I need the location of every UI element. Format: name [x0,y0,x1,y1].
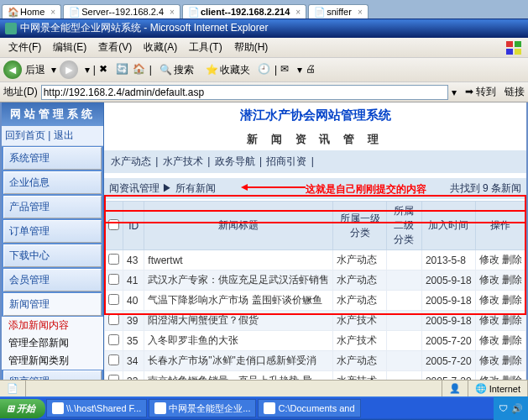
menu-file[interactable]: 文件(F) [3,39,46,55]
sidebar-item[interactable]: 产品管理 [3,196,102,218]
system-tray[interactable]: 🛡 🔊 [494,396,528,420]
globe-icon: 🌐 [475,383,487,394]
menu-help[interactable]: 帮助(H) [229,39,274,55]
close-icon[interactable]: × [170,8,175,17]
forward-button[interactable]: ► [60,60,78,79]
close-icon[interactable]: × [295,8,301,17]
cell-cat2 [387,270,422,291]
tab-sniffer[interactable]: 📄sniffer× [308,4,369,18]
cell-title: 武汉水产专家：供应充足足武汉活虾销售 [144,270,333,291]
tab-client[interactable]: 📄client--192.168.2.214× [182,4,306,18]
edit-link[interactable]: 修改 [479,334,499,346]
cell-title: 入冬即罗非鱼的大张 [144,331,333,351]
cell-cat1: 水产动态 [333,270,387,291]
delete-link[interactable]: 删除 [502,354,522,366]
delete-link[interactable]: 删除 [502,314,522,326]
tray-icon[interactable]: 🛡 [499,403,508,413]
select-all-checkbox[interactable] [108,219,119,230]
menu-tool[interactable]: 工具(T) [184,39,227,55]
edit-link[interactable]: 修改 [479,274,499,286]
zone-icon: 👤 [449,383,461,394]
sidebar-header: 网站管理系统 [2,102,103,126]
tray-icon[interactable]: 🔊 [511,403,523,414]
cell-ops: 修改 删除 [475,311,525,331]
print-icon[interactable]: 🖨 [306,63,319,76]
row-checkbox[interactable] [108,274,119,285]
edit-link[interactable]: 修改 [479,254,499,265]
cell-ops: 修改 删除 [475,291,525,311]
stop-icon[interactable]: ✖ [99,63,112,76]
breadcrumb: 闻资讯管理 ▶ 所有新闻 [109,181,216,196]
sidebar-sub-cat[interactable]: 管理新闻类别 [2,352,103,370]
tab-home[interactable]: 🏠Home× [2,4,61,18]
cell-time: 2005-9-18 [421,291,475,311]
cell-id: 34 [123,351,144,371]
row-checkbox[interactable] [108,294,119,305]
sidebar-item[interactable]: 系统管理 [3,147,102,170]
refresh-icon[interactable]: 🔄 [116,63,129,76]
delete-link[interactable]: 删除 [502,274,522,286]
sidebar-item[interactable]: 下载中心 [3,244,102,267]
cell-ops: 修改 删除 [475,331,525,351]
logout-link[interactable]: 退出 [54,129,74,141]
home-link[interactable]: 回到首页 [5,129,45,141]
back-button[interactable]: ◄ [3,60,22,79]
cell-ops: 修改 删除 [475,250,525,270]
windows-icon: ⊞ [7,403,14,414]
edit-link[interactable]: 修改 [479,294,499,306]
menu-view[interactable]: 查看(V) [93,39,137,55]
sidebar-item-news[interactable]: 新闻管理 [3,293,102,316]
annotation-text: 这就是自己刚刚提交的内容 [306,182,426,197]
dropdown-icon[interactable]: ▾ [452,87,457,98]
sidebar-sub-add[interactable]: 添加新闻内容 [2,317,103,334]
taskbar-item[interactable]: \\.\host\Shared F... [46,399,147,417]
sidebar-item[interactable]: 会员管理 [3,269,102,291]
close-icon[interactable]: × [50,8,55,17]
col-id: ID [123,202,144,250]
delete-link[interactable]: 删除 [502,334,522,346]
cell-time: 2005-9-18 [421,311,475,331]
search-button[interactable]: 🔍搜索 [155,61,198,79]
go-button[interactable]: ➡ 转到 [460,84,501,100]
home-icon[interactable]: 🏠 [133,63,146,76]
main-panel: 潜江水产协会网站管理系统 新 闻 资 讯 管 理 水产动态 | 水产技术 | 政… [104,102,526,402]
history-icon[interactable]: 🕘 [258,63,271,76]
delete-link[interactable]: 删除 [502,294,522,306]
menu-fav[interactable]: 收藏(A) [139,39,182,55]
mail-icon[interactable]: ✉ [280,63,294,76]
row-checkbox[interactable] [108,334,119,345]
taskbar-item[interactable]: 中网景全能型企业... [149,399,256,417]
row-checkbox[interactable] [108,314,119,325]
tab-server[interactable]: 📄Server--192.168.2.4× [63,4,180,18]
row-checkbox[interactable] [108,354,119,365]
url-input[interactable] [41,85,448,100]
back-label[interactable]: 后退 [25,63,45,77]
edit-link[interactable]: 修改 [479,314,499,326]
cell-cat2 [387,331,422,351]
outer-tab-strip: 🏠Home× 📄Server--192.168.2.4× 📄client--19… [0,0,528,18]
links-label[interactable]: 链接 [504,85,525,99]
cat-link[interactable]: 水产动态 [111,155,151,167]
row-checkbox[interactable] [108,254,119,265]
edit-link[interactable]: 修改 [479,354,499,366]
sidebar-sub-manage[interactable]: 管理全部新闻 [2,334,103,352]
sidebar-item[interactable]: 订单管理 [3,220,102,243]
cat-link[interactable]: 招商引资 [266,155,306,167]
taskbar-item[interactable]: C:\Documents and [258,399,360,417]
sidebar-item[interactable]: 企业信息 [3,171,102,194]
cell-time: 2005-7-20 [421,351,475,371]
col-op: 操作 [475,202,525,250]
start-button[interactable]: ⊞开始 [0,399,45,418]
table-row: 40气温下降影响水产市场 盖围虾谈价鳜鱼水产动态2005-9-18修改 删除 [105,291,526,311]
cat-link[interactable]: 水产技术 [163,155,203,167]
cell-time: 2005-7-20 [421,331,475,351]
status-zone: 🌐Internet [468,381,528,396]
status-done: 📄 [0,381,26,396]
favorites-button[interactable]: ⭐收藏夹 [201,61,254,79]
menu-edit[interactable]: 编辑(E) [48,39,91,55]
delete-link[interactable]: 删除 [502,254,522,265]
cat-link[interactable]: 政务导航 [215,155,255,167]
cell-id: 41 [123,270,144,291]
close-icon[interactable]: × [358,8,363,17]
window-title: 中网景全能型企业网站系统 - Microsoft Internet Explor… [20,21,268,35]
